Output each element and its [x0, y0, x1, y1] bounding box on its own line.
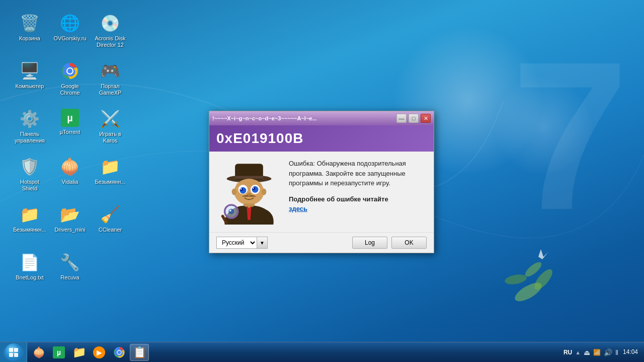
network-tray-icon[interactable]: 📶: [593, 349, 601, 356]
icon-utorrent[interactable]: µ µTorrent: [50, 106, 90, 154]
icon-panel[interactable]: ⚙️ Панель управления: [10, 106, 49, 154]
icon-chrome[interactable]: Google Chrome: [50, 58, 90, 106]
clock-time: 14:04: [623, 348, 638, 356]
dialog-window: !~~~~X~i~g~n~c~o~d~e~3~~~~~A~l~e... — □ …: [209, 111, 434, 253]
bars-tray-icon[interactable]: |||: [615, 349, 618, 355]
taskbar-explorer[interactable]: 📁: [69, 344, 89, 361]
language-dropdown-button[interactable]: ▼: [257, 237, 268, 249]
icon-igrat[interactable]: ⚔️ Играть в Karos: [91, 106, 130, 154]
vidalia-icon: 🧅: [60, 157, 80, 177]
svg-point-3: [523, 260, 544, 279]
recuva-label: Recuva: [60, 274, 79, 281]
start-orb-icon: [5, 343, 23, 361]
dialog-link-intro: Подробнее об ошибке читайте здесь: [289, 194, 427, 214]
icon-vidalia[interactable]: 🧅 Vidalia: [50, 154, 90, 201]
icon-bnetlog[interactable]: 📄 BnetLog.txt: [10, 249, 49, 297]
desktop: 7 🗑️ Корзина 🌐 OVGorskiy.ru 💿 Acronis Di…: [0, 0, 644, 362]
system-clock[interactable]: 14:04: [621, 348, 640, 356]
svg-rect-31: [9, 353, 13, 357]
icon-korzina[interactable]: 🗑️ Корзина: [10, 10, 49, 58]
hotspot-icon: 🛡️: [20, 157, 40, 177]
icon-portal[interactable]: 🎮 Портал GameXP: [91, 58, 130, 106]
language-selector: Русский ▼: [216, 237, 268, 249]
drivers-label: Drivers_mini: [54, 227, 85, 233]
ccleaner-label: CCleaner: [99, 227, 122, 233]
chrome-icon: [60, 61, 80, 81]
portal-label: Портал GameXP: [93, 83, 128, 96]
svg-rect-32: [14, 353, 18, 357]
volume-tray-icon[interactable]: 🔊: [604, 348, 612, 356]
taskbar-right: RU ▲ ⏏ 📶 🔊 ||| 14:04: [559, 348, 644, 356]
utorrent-icon: µ: [61, 109, 79, 127]
svg-point-19: [253, 187, 254, 189]
taskbar-apps: 🧅 µ 📁 ▶: [27, 344, 559, 361]
icon-ovgorskiy[interactable]: 🌐 OVGorskiy.ru: [50, 10, 90, 58]
dialog-link[interactable]: здесь: [289, 205, 307, 212]
dialog-header: 0xE019100B: [209, 125, 434, 152]
drivers-icon: 📂: [60, 204, 80, 225]
svg-point-22: [262, 189, 266, 195]
icon-acronis[interactable]: 💿 Acronis Disk Director 12: [91, 10, 130, 58]
svg-rect-30: [14, 348, 18, 352]
svg-rect-9: [235, 176, 263, 179]
clipboard-taskbar-icon: 📋: [133, 346, 146, 359]
minimize-button[interactable]: —: [396, 114, 407, 123]
svg-point-35: [118, 350, 121, 354]
dialog-body: Ошибка: Обнаружена подозрительная програ…: [209, 152, 434, 232]
chrome-label: Google Chrome: [52, 83, 88, 96]
taskbar-media[interactable]: ▶: [90, 344, 109, 361]
close-button[interactable]: ✕: [421, 114, 431, 123]
svg-point-21: [232, 189, 236, 195]
dialog-message: Ошибка: Обнаружена подозрительная програ…: [289, 159, 427, 188]
utorrent-label: µTorrent: [60, 129, 80, 135]
bnetlog-label: BnetLog.txt: [16, 274, 44, 281]
icon-bezymyan2[interactable]: 📁 Безымянкн...: [10, 201, 49, 249]
panel-label: Панель управления: [12, 131, 47, 144]
explorer-taskbar-icon: 📁: [72, 346, 86, 359]
taskbar-chrome[interactable]: [110, 344, 129, 361]
bezymyan1-label: Безымянн...: [95, 179, 126, 185]
usb-tray-icon[interactable]: ⏏: [584, 348, 590, 356]
svg-point-27: [228, 208, 234, 214]
panel-icon: ⚙️: [20, 109, 40, 129]
language-indicator: RU: [564, 349, 572, 356]
igrat-label: Играть в Karos: [93, 131, 128, 144]
media-taskbar-icon: ▶: [93, 346, 105, 358]
taskbar: 🧅 µ 📁 ▶: [0, 342, 644, 362]
tray-arrow[interactable]: ▲: [575, 349, 581, 355]
bezymyan2-label: Безымянкн...: [13, 227, 46, 233]
bezymyan1-icon: 📁: [100, 157, 120, 177]
svg-point-18: [240, 188, 242, 190]
taskbar-active-app[interactable]: 📋: [130, 344, 149, 361]
ok-button[interactable]: OK: [391, 237, 427, 249]
icon-bezymyan1[interactable]: 📁 Безымянн...: [91, 154, 130, 201]
komputer-label: Компьютер: [16, 83, 44, 90]
win7-logo: 7: [511, 30, 629, 242]
icon-komputer[interactable]: 🖥️ Компьютер: [10, 58, 49, 106]
svg-point-1: [531, 266, 555, 292]
detective-svg: [219, 159, 279, 225]
taskbar-utorrent[interactable]: µ: [49, 344, 68, 361]
korzina-icon: 🗑️: [20, 13, 40, 33]
igrat-icon: ⚔️: [100, 109, 120, 129]
error-code: 0xE019100B: [216, 130, 303, 147]
icon-drivers[interactable]: 📂 Drivers_mini: [50, 201, 90, 249]
svg-point-28: [229, 209, 231, 211]
icon-ccleaner[interactable]: 🧹 CCleaner: [91, 201, 130, 249]
icon-hotspot[interactable]: 🛡️ Hotspot Shield: [10, 154, 49, 201]
start-button[interactable]: [0, 342, 27, 363]
dialog-mascot: [216, 159, 282, 225]
svg-rect-29: [9, 348, 13, 352]
log-button[interactable]: Log: [352, 237, 387, 249]
svg-point-0: [512, 279, 544, 305]
chrome-taskbar-icon: [113, 346, 125, 358]
dialog-content: Ошибка: Обнаружена подозрительная програ…: [289, 159, 427, 225]
recuva-icon: 🔧: [60, 252, 80, 272]
dialog-title: !~~~~X~i~g~n~c~o~d~e~3~~~~~A~l~e...: [212, 115, 394, 121]
maximize-button[interactable]: □: [409, 114, 419, 123]
ccleaner-icon: 🧹: [100, 204, 120, 225]
dialog-titlebar: !~~~~X~i~g~n~c~o~d~e~3~~~~~A~l~e... — □ …: [209, 111, 434, 125]
icon-recuva[interactable]: 🔧 Recuva: [50, 249, 90, 297]
taskbar-tor[interactable]: 🧅: [29, 344, 48, 361]
language-select[interactable]: Русский: [216, 237, 257, 249]
